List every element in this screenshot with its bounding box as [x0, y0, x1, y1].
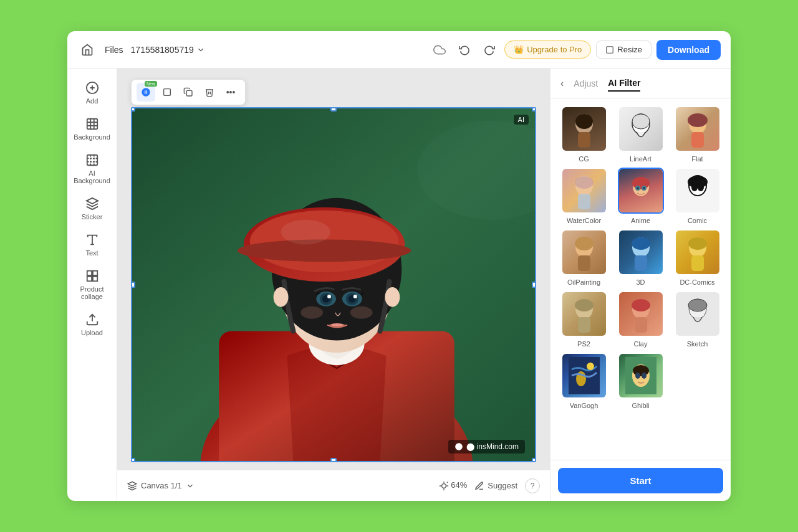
filter-ghibli[interactable]: Ghibli [615, 353, 666, 409]
handle-bottom-right[interactable] [532, 458, 536, 462]
filter-clay[interactable]: Clay [615, 291, 666, 348]
suggest-label: Suggest [488, 481, 517, 490]
svg-rect-17 [92, 271, 97, 275]
redo-button[interactable] [479, 40, 499, 60]
sidebar-item-ai-background[interactable]: AI Background [70, 148, 115, 189]
files-link[interactable]: Files [105, 45, 123, 55]
panel-back-button[interactable]: ‹ [560, 78, 564, 89]
more-tool-button[interactable]: ••• [221, 83, 240, 102]
filename-display[interactable]: 1715581805719 [131, 45, 205, 55]
filter-thumb-3d[interactable] [618, 229, 664, 275]
svg-rect-9 [87, 155, 97, 166]
sidebar-item-product-collage[interactable]: Product collage [70, 264, 115, 305]
svg-point-90 [587, 363, 594, 370]
handle-top-right[interactable] [532, 107, 536, 112]
tab-ai-filter[interactable]: AI Filter [608, 75, 640, 92]
filter-thumb-comic[interactable] [675, 168, 721, 214]
filter-vangogh[interactable]: VanGogh [558, 353, 610, 409]
start-button[interactable]: Start [558, 468, 723, 493]
svg-point-42 [353, 295, 357, 298]
handle-middle-left[interactable] [131, 282, 135, 288]
filter-cg[interactable]: CG [558, 106, 610, 163]
svg-point-93 [633, 365, 649, 376]
filter-thumb-flat[interactable] [675, 106, 721, 152]
handle-top-left[interactable] [131, 107, 135, 112]
filter-thumb-lineart[interactable] [618, 106, 664, 152]
cloud-button[interactable] [430, 40, 449, 60]
handle-middle-right[interactable] [532, 282, 536, 288]
filter-sketch[interactable]: Sketch [671, 291, 723, 348]
handle-bottom-middle[interactable] [330, 458, 337, 462]
filter-thumb-ghibli[interactable] [618, 353, 664, 399]
svg-point-87 [688, 299, 707, 311]
svg-rect-79 [691, 255, 704, 271]
svg-marker-49 [128, 482, 136, 486]
svg-point-46 [385, 287, 400, 307]
filter-thumb-watercolor[interactable] [561, 168, 607, 214]
sidebar-item-text[interactable]: Text [70, 228, 115, 262]
sidebar-item-background[interactable]: Background [70, 112, 115, 146]
right-panel: ‹ Adjust AI Filter CG [550, 69, 731, 501]
filter-thumb-oilpainting[interactable] [561, 229, 607, 275]
download-button[interactable]: Download [656, 40, 721, 60]
canvas-image: AI ⬤ insMind.com [131, 107, 536, 462]
filter-thumb-sketch[interactable] [675, 291, 721, 337]
filter-3d[interactable]: 3D [615, 229, 666, 286]
svg-point-33 [238, 239, 411, 262]
filter-thumb-dccomics[interactable] [675, 229, 721, 275]
sidebar-label-product-collage: Product collage [72, 285, 112, 300]
filter-thumb-vangogh[interactable] [561, 353, 607, 399]
filter-thumb-cg[interactable] [561, 106, 607, 152]
sidebar-item-upload[interactable]: Upload [70, 308, 115, 341]
filter-dccomics[interactable]: DC-Comics [671, 229, 723, 286]
svg-point-54 [632, 114, 650, 129]
filter-thumb-clay[interactable] [618, 291, 664, 337]
left-sidebar: Add Background [67, 69, 117, 501]
filter-thumb-anime[interactable] [618, 168, 664, 214]
delete-tool-button[interactable] [200, 83, 219, 102]
svg-point-65 [637, 187, 639, 189]
svg-rect-52 [578, 132, 590, 148]
svg-point-51 [575, 114, 593, 129]
handle-bottom-left[interactable] [131, 458, 135, 462]
sidebar-label-text: Text [85, 249, 98, 257]
filter-oilpainting[interactable]: OilPainting [558, 229, 610, 286]
svg-point-72 [575, 237, 594, 250]
sidebar-item-add[interactable]: Add [70, 76, 115, 110]
crop-tool-button[interactable] [158, 83, 176, 102]
filter-label-dccomics: DC-Comics [680, 278, 714, 286]
sidebar-item-sticker[interactable]: Sticker [70, 192, 115, 226]
filter-lineart[interactable]: LineArt [615, 106, 666, 163]
svg-point-41 [327, 295, 331, 298]
filter-watercolor[interactable]: WaterColor [558, 168, 610, 224]
upgrade-button[interactable]: 👑 Upgrade to Pro [504, 40, 591, 59]
suggest-button[interactable]: Suggest [474, 481, 517, 491]
svg-rect-76 [635, 255, 647, 271]
home-button[interactable] [77, 40, 97, 60]
filter-label-sketch: Sketch [687, 340, 708, 348]
filter-flat[interactable]: Flat [671, 106, 723, 163]
sidebar-label-sticker: Sticker [82, 213, 103, 221]
bottom-actions: Suggest ? [474, 478, 540, 493]
tab-adjust[interactable]: Adjust [574, 76, 598, 91]
filter-grid: CG LineArt [550, 98, 731, 460]
svg-rect-60 [578, 194, 590, 209]
filter-comic[interactable]: Comic [671, 168, 723, 224]
floating-toolbar: New [131, 79, 246, 105]
panel-header: ‹ Adjust AI Filter [550, 69, 731, 98]
filter-anime[interactable]: Anime [615, 168, 666, 224]
filter-thumb-ps2[interactable] [561, 291, 607, 337]
svg-point-75 [632, 237, 650, 250]
duplicate-tool-button[interactable] [179, 83, 198, 102]
svg-point-94 [635, 373, 640, 379]
undo-button[interactable] [454, 40, 474, 60]
handle-top-middle[interactable] [330, 107, 337, 112]
bottom-bar: Canvas 1/1 64% [117, 470, 550, 501]
help-button[interactable]: ? [525, 478, 540, 493]
filter-ps2[interactable]: PS2 [558, 291, 610, 348]
filter-label-ps2: PS2 [577, 340, 590, 348]
canvas-layers-button[interactable]: Canvas 1/1 [127, 481, 195, 491]
ai-tool-button[interactable]: New [137, 83, 155, 102]
filter-label-comic: Comic [688, 217, 707, 224]
resize-button[interactable]: Resize [596, 40, 651, 59]
